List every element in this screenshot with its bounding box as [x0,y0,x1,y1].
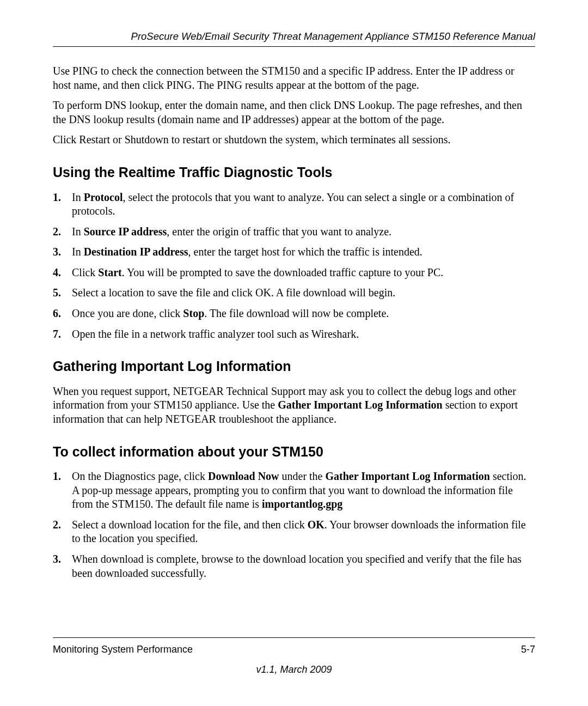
item-text: under the [279,470,326,482]
item-text: Select a location to save the file and c… [72,287,395,299]
footer-left-text: Monitoring System Performance [53,643,193,656]
item-bold: Protocol [84,191,123,203]
heading-collect-info: To collect information about your STM150 [53,443,535,461]
item-text: Once you are done, click [72,307,183,319]
item-number: 3. [53,552,61,567]
list-item: 3. In Destination IP address, enter the … [53,245,535,259]
list-item: 6. Once you are done, click Stop. The fi… [53,307,535,321]
item-number: 7. [53,327,61,342]
item-bold: Stop [183,307,204,319]
page-footer: Monitoring System Performance 5-7 [53,637,535,656]
header-rule [53,46,535,47]
log-info-para: When you request support, NETGEAR Techni… [53,385,535,427]
list-item: 1. In Protocol, select the protocols tha… [53,191,535,218]
item-text: . The file download will now be complete… [204,307,389,319]
item-number: 2. [53,518,61,532]
item-bold: Download Now [208,470,279,482]
collect-steps-list: 1. On the Diagnostics page, click Downlo… [53,470,535,580]
footer-rule [53,637,535,638]
heading-log-info: Gathering Important Log Information [53,357,535,375]
list-item: 3. When download is complete, browse to … [53,552,535,580]
list-item: 7. Open the file in a network traffic an… [53,327,535,342]
item-bold: Start [98,266,121,278]
item-text: Click [72,266,98,278]
list-item: 5. Select a location to save the file an… [53,286,535,300]
list-item: 2. In Source IP address, enter the origi… [53,225,535,239]
footer-version: v1.1, March 2009 [0,664,588,676]
item-text: In [72,246,84,258]
item-text: On the Diagnostics page, click [72,470,208,482]
intro-para-1: Use PING to check the connection between… [53,64,535,92]
item-bold: Destination IP address [84,246,188,258]
intro-para-3: Click Restart or Shutdown to restart or … [53,133,535,147]
item-number: 6. [53,307,61,321]
heading-realtime-tools: Using the Realtime Traffic Diagnostic To… [53,163,535,181]
realtime-steps-list: 1. In Protocol, select the protocols tha… [53,191,535,342]
item-bold: importantlog.gpg [262,498,342,510]
item-bold: Gather Important Log Information [326,470,490,482]
item-text: , select the protocols that you want to … [72,191,514,217]
item-text: In [72,226,84,238]
item-text: When download is complete, browse to the… [72,553,522,579]
item-text: . You will be prompted to save the downl… [122,266,444,278]
item-number: 1. [53,191,61,205]
item-text: , enter the target host for which the tr… [188,246,422,258]
list-item: 2. Select a download location for the fi… [53,518,535,546]
footer-page-number: 5-7 [521,643,535,656]
item-text: Open the file in a network traffic analy… [72,328,359,340]
item-bold: OK [308,519,324,531]
item-number: 3. [53,245,61,259]
list-item: 1. On the Diagnostics page, click Downlo… [53,470,535,512]
doc-header-title: ProSecure Web/Email Security Threat Mana… [53,30,535,43]
item-text: In [72,191,84,203]
item-number: 2. [53,225,61,239]
item-number: 4. [53,266,61,280]
footer-row: Monitoring System Performance 5-7 [53,643,535,656]
item-text: Select a download location for the file,… [72,519,308,531]
item-text: , enter the origin of traffic that you w… [167,226,391,238]
para-bold: Gather Important Log Information [278,399,442,411]
item-number: 5. [53,286,61,300]
item-bold: Source IP address [84,226,167,238]
item-number: 1. [53,470,61,484]
list-item: 4. Click Start. You will be prompted to … [53,266,535,280]
intro-para-2: To perform DNS lookup, enter the domain … [53,99,535,126]
